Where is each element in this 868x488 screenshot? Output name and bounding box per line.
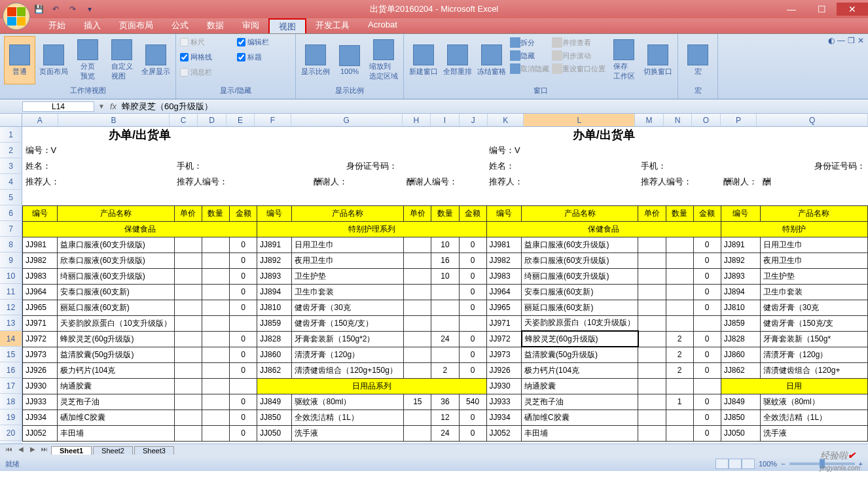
qat-dropdown-icon[interactable]: ▾ [82, 2, 97, 16]
ribbon-tab-6[interactable]: 视图 [268, 18, 306, 33]
row-header-10[interactable]: 10 [0, 268, 22, 284]
sheet-tab-Sheet2[interactable]: Sheet2 [93, 446, 133, 455]
show-check-1[interactable]: 网格线 [180, 52, 212, 62]
formula-input[interactable]: 蜂胶灵芝（60g升级版） [122, 101, 213, 113]
row-header-17[interactable]: 17 [0, 378, 22, 394]
ribbon-tab-0[interactable]: 开始 [39, 18, 75, 33]
view-btn-4[interactable]: 全屏显示 [140, 36, 172, 84]
row-header-12[interactable]: 12 [0, 300, 22, 315]
show-check-3[interactable]: 编辑栏 [237, 37, 269, 47]
page-break-view-icon[interactable] [742, 459, 755, 469]
group-label-views: 工作簿视图 [4, 84, 172, 97]
show-check-2[interactable]: 消息栏 [180, 67, 212, 77]
row-header-7[interactable]: 7 [0, 221, 22, 237]
ribbon-tab-8[interactable]: Acrobat [359, 18, 407, 33]
win-small-0[interactable]: 拆分 [510, 37, 549, 48]
row-header-15[interactable]: 15 [0, 347, 22, 362]
name-box[interactable] [22, 101, 94, 112]
window-btn-2[interactable]: 冻结窗格 [476, 36, 507, 84]
col-header-O[interactable]: O [692, 114, 720, 126]
view-btn-1[interactable]: 页面布局 [38, 36, 69, 84]
ribbon-tab-5[interactable]: 审阅 [233, 18, 268, 33]
window-btn2-0[interactable]: 保存工作区 [608, 36, 640, 84]
first-sheet-icon[interactable]: ⏮ [4, 445, 14, 456]
maximize-button[interactable]: ☐ [806, 3, 837, 16]
save-icon[interactable]: 💾 [31, 2, 46, 16]
col-header-H[interactable]: H [403, 114, 431, 126]
col-header-B[interactable]: B [58, 114, 170, 126]
row-header-20[interactable]: 20 [0, 425, 22, 441]
minimize-button[interactable]: — [776, 3, 806, 16]
namebox-dropdown-icon[interactable]: ▼ [98, 103, 105, 110]
doc-close-button[interactable]: ✕ [858, 36, 864, 45]
view-btn-0[interactable]: 普通 [4, 36, 35, 84]
row-header-11[interactable]: 11 [0, 284, 22, 300]
ribbon-tab-3[interactable]: 公式 [162, 18, 198, 33]
row-header-2[interactable]: 2 [0, 143, 22, 158]
row-header-16[interactable]: 16 [0, 362, 22, 378]
doc-restore-button[interactable]: ❐ [848, 36, 855, 45]
help-icon[interactable]: ◐ [828, 36, 835, 45]
win-small-1[interactable]: 隐藏 [510, 50, 549, 61]
last-sheet-icon[interactable]: ⏭ [39, 445, 50, 456]
col-header-I[interactable]: I [431, 114, 459, 126]
zoom-btn-2[interactable]: 缩放到选定区域 [368, 36, 399, 84]
show-check-0[interactable]: 标尺 [180, 37, 205, 47]
row-header-9[interactable]: 9 [0, 253, 22, 268]
row-header-13[interactable]: 13 [0, 315, 22, 331]
ribbon-tab-1[interactable]: 插入 [75, 18, 110, 33]
fx-icon[interactable]: fx [110, 101, 117, 111]
row-header-18[interactable]: 18 [0, 394, 22, 410]
col-header-J[interactable]: J [460, 114, 488, 126]
col-header-M[interactable]: M [635, 114, 663, 126]
col-header-K[interactable]: K [488, 114, 524, 126]
prev-sheet-icon[interactable]: ◀ [16, 445, 26, 456]
zoom-btn-0[interactable]: 显示比例 [300, 36, 331, 84]
zoom-out-icon[interactable]: − [781, 460, 785, 468]
zoom-btn-1[interactable]: 100% [334, 36, 365, 84]
row-header-3[interactable]: 3 [0, 158, 22, 174]
window-btn-0[interactable]: 新建窗口 [408, 36, 439, 84]
view-btn-3[interactable]: 自定义视图 [106, 36, 137, 84]
col-header-L[interactable]: L [524, 114, 635, 126]
sheet-tab-Sheet3[interactable]: Sheet3 [134, 446, 174, 455]
next-sheet-icon[interactable]: ▶ [27, 445, 38, 456]
win-small-2[interactable]: 取消隐藏 [510, 63, 549, 74]
close-button[interactable]: ✕ [837, 3, 868, 16]
col-header-G[interactable]: G [291, 114, 403, 126]
ribbon-tab-4[interactable]: 数据 [198, 18, 233, 33]
sheet-tab-Sheet1[interactable]: Sheet1 [51, 446, 92, 455]
normal-view-icon[interactable] [715, 459, 729, 469]
col-header-Q[interactable]: Q [757, 114, 868, 126]
row-header-5[interactable]: 5 [0, 190, 22, 205]
col-header-D[interactable]: D [198, 114, 226, 126]
doc-minimize-button[interactable]: — [837, 36, 845, 45]
ribbon-tab-7[interactable]: 开发工具 [306, 18, 359, 33]
row-header-6[interactable]: 6 [0, 205, 22, 221]
redo-icon[interactable]: ↷ [65, 2, 80, 16]
row-header-19[interactable]: 19 [0, 410, 22, 425]
col-header-F[interactable]: F [255, 114, 291, 126]
col-header-P[interactable]: P [721, 114, 757, 126]
window-btn-1[interactable]: 全部重排 [442, 36, 473, 84]
worksheet-grid[interactable]: ABCDEFGHIJKLMNOPQ 1234567891011121314151… [0, 114, 868, 444]
page-layout-view-icon[interactable] [729, 459, 742, 469]
ribbon-tab-2[interactable]: 页面布局 [110, 18, 162, 33]
col-header-N[interactable]: N [664, 114, 692, 126]
window-btn2-1[interactable]: 切换窗口 [642, 36, 674, 84]
zoom-level[interactable]: 100% [759, 460, 777, 468]
view-btn-2[interactable]: 分页预览 [72, 36, 103, 84]
select-all-corner[interactable] [0, 114, 22, 126]
col-header-A[interactable]: A [22, 114, 58, 126]
row-header-4[interactable]: 4 [0, 174, 22, 190]
col-header-C[interactable]: C [170, 114, 198, 126]
row-header-14[interactable]: 14 [0, 331, 22, 347]
row-header-1[interactable]: 1 [0, 127, 22, 143]
office-button[interactable] [3, 3, 30, 30]
macros-button[interactable]: 宏 [682, 36, 714, 84]
undo-icon[interactable]: ↶ [48, 2, 63, 16]
sheet-tab-bar: ⏮ ◀ ▶ ⏭ Sheet1Sheet2Sheet3 [0, 444, 868, 457]
col-header-E[interactable]: E [226, 114, 255, 126]
show-check-4[interactable]: 标题 [237, 52, 262, 62]
row-header-8[interactable]: 8 [0, 237, 22, 253]
